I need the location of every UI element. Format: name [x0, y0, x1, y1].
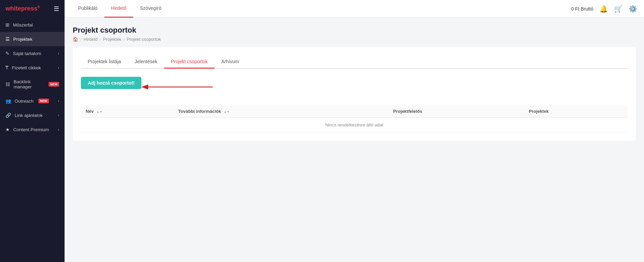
link-ajanlatok-icon: 🔗	[5, 112, 11, 118]
arrow-annotation	[141, 80, 216, 94]
breadcrumb-hirdeto[interactable]: Hirdető	[84, 37, 98, 42]
add-group-button[interactable]: Adj hozzá csoportot!	[81, 77, 141, 89]
col-projektek: Projektek	[524, 105, 628, 118]
tab-jelentesek[interactable]: Jelentések	[128, 55, 164, 69]
balance-label: 0 Ft Bruttó	[571, 6, 593, 12]
muszerfal-icon: ⊞	[5, 22, 10, 28]
chevron-icon: ›	[58, 99, 59, 103]
logo-reg: ®	[37, 5, 40, 9]
sidebar-item-label: Projektek	[13, 37, 32, 42]
sidebar-item-backlink-manager[interactable]: ⛓ Backlink manager NEW	[0, 75, 65, 94]
sidebar-item-label: Fizetett cikkek	[12, 65, 41, 70]
tab-publikaló[interactable]: Publikáló	[71, 0, 104, 18]
tab-hirdeto[interactable]: Hirdető	[104, 0, 133, 18]
notification-bell-icon[interactable]: 🔔	[599, 5, 608, 13]
cart-icon[interactable]: 🛒	[614, 5, 623, 13]
topnav: whitepress® ☰ Publikáló Hirdető Szövegír…	[0, 0, 644, 18]
sort-icon: ▲▼	[224, 110, 230, 113]
logo-text: whitepress®	[5, 5, 40, 12]
sidebar-item-label: Backlink manager	[14, 79, 44, 89]
col-projektfelelős: Projektfelelős	[388, 105, 524, 118]
content-premium-icon: ★	[5, 127, 10, 132]
content-tabs: Projektek listája Jelentések Projekt cso…	[81, 55, 628, 69]
projektek-icon: ☰	[5, 36, 10, 42]
sidebar-item-muszerfal[interactable]: ⊞ Műszerfal	[0, 18, 65, 32]
logo-container: whitepress® ☰	[0, 0, 65, 18]
tab-archivum[interactable]: Arhívum	[214, 55, 246, 69]
backlink-icon: ⛓	[5, 82, 10, 87]
logo-red: press	[21, 5, 37, 12]
tab-szovegiro[interactable]: Szövegíró	[133, 0, 168, 18]
sort-icon: ▲▼	[96, 110, 102, 113]
topnav-right: 0 Ft Bruttó 🔔 🛒 ⚙️	[571, 5, 637, 13]
sidebar-item-link-ajanlatok[interactable]: 🔗 Link ajánlatok ›	[0, 108, 65, 122]
add-button-row: Adj hozzá csoportot!	[81, 77, 628, 97]
logo-white: white	[5, 5, 21, 12]
chevron-icon: ›	[58, 127, 59, 132]
sidebar-item-projektek[interactable]: ☰ Projektek	[0, 32, 65, 46]
col-tovabbi-informaciok[interactable]: További információk ▲▼	[173, 105, 388, 118]
tab-projekt-csoportok[interactable]: Projekt csoportok	[164, 55, 214, 69]
content-card: Projektek listája Jelentések Projekt cso…	[73, 47, 636, 141]
breadcrumb-current: Projekt csoportok	[127, 37, 161, 42]
topnav-tabs: Publikáló Hirdető Szövegíró	[65, 0, 571, 18]
new-badge: NEW	[49, 82, 59, 87]
col-nev[interactable]: Név ▲▼	[81, 105, 173, 118]
chevron-icon: ›	[58, 113, 59, 117]
fizetett-cikkek-icon: ₸	[5, 65, 8, 70]
sidebar-item-content-premium[interactable]: ★ Content Premium ›	[0, 122, 65, 137]
sidebar-item-label: Link ajánlatok	[15, 113, 43, 118]
sidebar-item-label: Saját tartalom	[13, 51, 41, 56]
chevron-icon: ›	[58, 51, 59, 55]
sidebar-item-outreach[interactable]: 👥 Outreach NEW ›	[0, 94, 65, 108]
hamburger-icon[interactable]: ☰	[54, 5, 59, 13]
table-wrapper: Név ▲▼ További információk ▲▼ Projektfel…	[81, 105, 628, 133]
projekt-csoportok-table: Név ▲▼ További információk ▲▼ Projektfel…	[81, 105, 628, 133]
table-empty-row: Nincs rendelkezésre álló adat	[81, 118, 628, 133]
main-content: Projekt csoportok 🏠 / Hirdető / Projekte…	[65, 18, 644, 262]
sidebar-item-sajat-tartalom[interactable]: ✎ Saját tartalom ›	[0, 46, 65, 60]
tab-projektek-listaja[interactable]: Projektek listája	[81, 55, 128, 69]
breadcrumb-projektek[interactable]: Projektek	[103, 37, 121, 42]
outreach-icon: 👥	[5, 98, 11, 104]
settings-icon[interactable]: ⚙️	[629, 5, 637, 13]
breadcrumb-sep: /	[100, 37, 101, 42]
sajat-tartalom-icon: ✎	[5, 51, 10, 56]
empty-message: Nincs rendelkezésre álló adat	[81, 118, 628, 133]
sidebar-item-label: Műszerfal	[13, 22, 33, 28]
breadcrumb-home[interactable]: 🏠	[73, 37, 78, 42]
chevron-icon: ›	[58, 66, 59, 70]
page-title: Projekt csoportok	[73, 26, 636, 35]
page-header: Projekt csoportok 🏠 / Hirdető / Projekte…	[73, 26, 636, 42]
new-badge: NEW	[38, 99, 49, 103]
sidebar-item-label: Content Premium	[13, 127, 49, 132]
sidebar: ⊞ Műszerfal ☰ Projektek ✎ Saját tartalom…	[0, 18, 65, 262]
sidebar-item-fizetett-cikkek[interactable]: ₸ Fizetett cikkek ›	[0, 60, 65, 75]
sidebar-item-label: Outreach	[15, 99, 34, 104]
breadcrumb-sep: /	[123, 37, 125, 42]
breadcrumb: 🏠 / Hirdető / Projektek / Projekt csopor…	[73, 37, 636, 42]
breadcrumb-sep: /	[80, 37, 82, 42]
